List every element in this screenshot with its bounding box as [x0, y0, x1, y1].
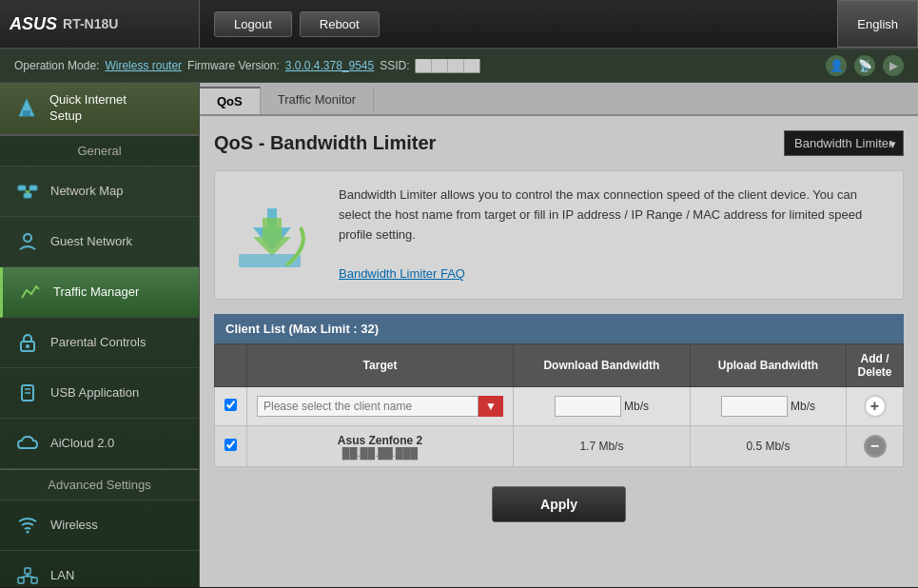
sidebar-item-wireless[interactable]: Wireless — [0, 500, 199, 551]
network-map-label: Network Map — [50, 184, 124, 198]
advanced-settings-header: Advanced Settings — [0, 469, 199, 500]
tab-traffic-monitor[interactable]: Traffic Monitor — [261, 87, 374, 114]
faq-link[interactable]: Bandwidth Limiter FAQ — [339, 266, 465, 281]
qos-mode-dropdown[interactable]: Bandwidth Limiter Traditional QoS Adapti… — [784, 130, 904, 156]
logo-model: RT-N18U — [63, 16, 118, 31]
svg-rect-15 — [25, 568, 30, 574]
logo-brand: ASUS — [10, 14, 57, 34]
page-title-row: QoS - Bandwidth Limiter Bandwidth Limite… — [214, 130, 904, 156]
col-upload: Upload Bandwidth — [690, 343, 846, 386]
qos-mode-dropdown-wrapper: Bandwidth Limiter Traditional QoS Adapti… — [784, 130, 904, 156]
apply-button[interactable]: Apply — [492, 486, 626, 522]
delete-row-button[interactable]: − — [864, 435, 887, 458]
row1-upload-input[interactable] — [721, 396, 788, 417]
col-target: Target — [247, 343, 514, 386]
svg-line-19 — [28, 576, 34, 578]
quick-setup-icon — [11, 93, 42, 124]
col-download: Download Bandwidth — [514, 343, 691, 386]
row2-device-ip: ██.██.██.███ — [257, 447, 503, 459]
info-box: Bandwidth Limiter allows you to control … — [214, 170, 904, 300]
svg-rect-16 — [31, 578, 37, 583]
svg-point-7 — [24, 234, 31, 242]
guest-network-label: Guest Network — [50, 234, 132, 248]
main-layout: Quick InternetSetup General Network Map — [0, 83, 918, 587]
reboot-button[interactable]: Reboot — [300, 11, 380, 37]
logout-button[interactable]: Logout — [214, 11, 292, 37]
row1-download-input[interactable] — [555, 396, 621, 417]
svg-line-18 — [21, 576, 28, 578]
router-icon[interactable]: 📡 — [854, 55, 875, 76]
svg-rect-2 — [18, 186, 26, 190]
arrow-icon[interactable]: ▶ — [883, 55, 904, 76]
row1-action-cell: + — [847, 386, 904, 425]
sidebar-item-network-map[interactable]: Network Map — [0, 167, 199, 217]
info-bar: Operation Mode: Wireless router Firmware… — [0, 49, 918, 83]
quick-setup-label: Quick InternetSetup — [49, 92, 127, 125]
row2-device-name: Asus Zenfone 2 — [257, 434, 503, 447]
users-icon[interactable]: 👤 — [826, 55, 847, 76]
sidebar-item-guest-network[interactable]: Guest Network — [0, 217, 199, 267]
svg-rect-1 — [23, 110, 30, 116]
header: ASUS RT-N18U Logout Reboot English — [0, 0, 918, 49]
col-check — [215, 343, 247, 386]
sidebar-item-aicloud[interactable]: AiCloud 2.0 — [0, 419, 199, 469]
page-title: QoS - Bandwidth Limiter — [214, 132, 436, 154]
svg-marker-21 — [253, 218, 291, 256]
client-list-header: Client List (Max Limit : 32) — [214, 314, 904, 343]
info-text: Bandwidth Limiter allows you to control … — [339, 186, 889, 284]
ssid-label: SSID: — [380, 59, 409, 72]
row2-checkbox[interactable] — [225, 439, 237, 451]
parental-controls-label: Parental Controls — [50, 335, 146, 349]
add-row-button[interactable]: + — [864, 395, 887, 418]
svg-rect-14 — [18, 578, 24, 583]
svg-point-9 — [26, 344, 29, 348]
sidebar-item-lan[interactable]: LAN — [0, 551, 199, 587]
row2-upload-cell: 0.5 Mb/s — [690, 425, 846, 466]
table-row: ▼ Mb/s Mb/s + — [215, 386, 904, 425]
general-section-header: General — [0, 136, 199, 167]
col-add-delete: Add / Delete — [847, 343, 904, 386]
apply-row: Apply — [214, 486, 904, 522]
lan-icon — [14, 562, 41, 587]
traffic-manager-icon — [17, 279, 44, 305]
aicloud-label: AiCloud 2.0 — [50, 436, 114, 450]
row1-checkbox[interactable] — [225, 399, 237, 411]
header-buttons: Logout Reboot — [200, 11, 394, 37]
quick-internet-setup[interactable]: Quick InternetSetup — [0, 83, 199, 136]
svg-point-13 — [27, 530, 29, 533]
sidebar-item-parental-controls[interactable]: Parental Controls — [0, 318, 199, 368]
firmware-value[interactable]: 3.0.0.4.378_9545 — [285, 59, 374, 72]
table-row: Asus Zenfone 2 ██.██.██.███ 1.7 Mb/s 0.5… — [215, 425, 904, 466]
wireless-icon — [14, 512, 41, 539]
op-mode-value[interactable]: Wireless router — [105, 59, 182, 72]
content-area: QoS Traffic Monitor QoS - Bandwidth Limi… — [200, 83, 918, 587]
row1-download-cell: Mb/s — [514, 386, 691, 425]
parental-controls-icon — [14, 329, 41, 356]
client-table: Target Download Bandwidth Upload Bandwid… — [214, 343, 904, 467]
bandwidth-icon-area — [229, 186, 324, 284]
client-select-dropdown-btn[interactable]: ▼ — [479, 396, 503, 417]
client-name-input[interactable] — [257, 396, 479, 417]
description-text: Bandwidth Limiter allows you to control … — [339, 187, 862, 242]
language-button[interactable]: English — [837, 0, 918, 48]
row1-target-cell: ▼ — [247, 386, 514, 425]
row1-check-cell — [215, 386, 247, 425]
row2-check-cell — [215, 425, 247, 466]
sidebar: Quick InternetSetup General Network Map — [0, 83, 200, 587]
svg-rect-3 — [29, 186, 37, 190]
wireless-label: Wireless — [50, 518, 98, 532]
tab-qos[interactable]: QoS — [200, 87, 261, 114]
ssid-value: ████████ — [416, 59, 480, 72]
op-mode-label: Operation Mode: — [14, 59, 99, 72]
sidebar-item-traffic-manager[interactable]: Traffic Manager — [0, 267, 199, 318]
header-icons: 👤 📡 ▶ — [826, 55, 904, 76]
row2-download-cell: 1.7 Mb/s — [514, 425, 691, 466]
usb-application-label: USB Application — [50, 385, 139, 400]
sidebar-item-usb-application[interactable]: USB Application — [0, 368, 199, 419]
usb-icon — [14, 380, 41, 406]
logo-area: ASUS RT-N18U — [0, 0, 200, 48]
row2-action-cell: − — [847, 425, 904, 466]
traffic-manager-label: Traffic Manager — [53, 284, 139, 299]
row2-target-cell: Asus Zenfone 2 ██.██.██.███ — [247, 425, 514, 466]
svg-rect-4 — [24, 193, 31, 198]
